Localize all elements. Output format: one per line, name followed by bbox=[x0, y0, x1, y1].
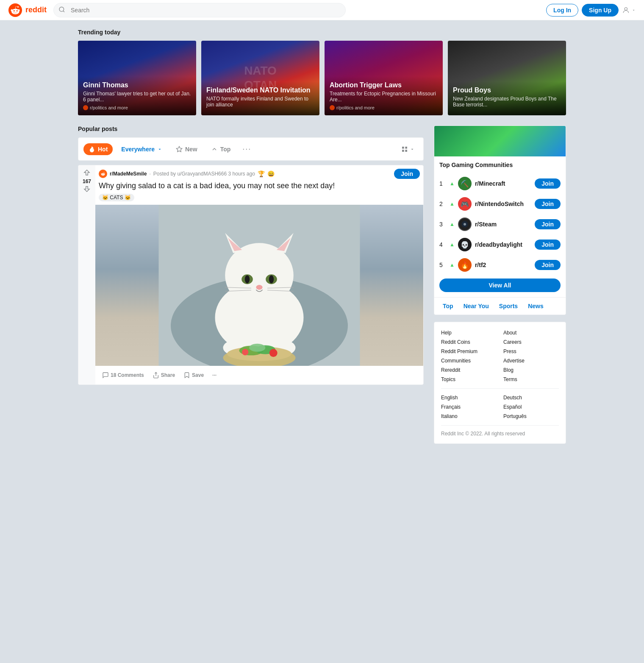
logo[interactable]: reddit bbox=[8, 3, 47, 17]
trending-card-4[interactable]: Proud Boys New Zealand designates Proud … bbox=[448, 41, 566, 115]
community-row-5: 5 ▲ 🔥 r/tf2 Join bbox=[434, 255, 566, 275]
login-button[interactable]: Log In bbox=[546, 4, 578, 17]
layout-toggle-button[interactable] bbox=[398, 143, 418, 155]
save-button[interactable]: Save bbox=[180, 369, 207, 381]
community-rank-4: 4 bbox=[439, 241, 446, 248]
community-row-2: 2 ▲ 🎮 r/NintendoSwitch Join bbox=[434, 194, 566, 214]
community-name-3[interactable]: r/Steam bbox=[475, 221, 531, 228]
trending-card-1-sub: r/politics and more bbox=[83, 105, 191, 110]
lang-portugues[interactable]: Português bbox=[503, 412, 559, 420]
community-row-1: 1 ▲ ⛏️ r/Minecraft Join bbox=[434, 173, 566, 194]
community-join-4[interactable]: Join bbox=[535, 240, 561, 250]
signup-button[interactable]: Sign Up bbox=[582, 4, 619, 17]
community-name-2[interactable]: r/NintendoSwitch bbox=[475, 201, 531, 207]
award-icon-1: 🏆 bbox=[258, 170, 265, 177]
community-arrow-5: ▲ bbox=[450, 262, 455, 268]
subreddit-logo-icon bbox=[100, 171, 106, 177]
footer-link-about[interactable]: About bbox=[503, 329, 559, 337]
trending-card-3-title: Abortion Trigger Laws bbox=[330, 81, 438, 89]
footer-link-press[interactable]: Press bbox=[503, 348, 559, 355]
flame-icon bbox=[89, 146, 95, 153]
community-name-4[interactable]: r/deadbydaylight bbox=[475, 241, 531, 248]
user-menu[interactable] bbox=[622, 3, 636, 17]
footer-divider bbox=[441, 388, 559, 389]
tab-top[interactable]: Top bbox=[439, 301, 457, 311]
footer-link-premium[interactable]: Reddit Premium bbox=[441, 348, 497, 355]
footer-link-careers[interactable]: Careers bbox=[503, 338, 559, 346]
footer-link-terms[interactable]: Terms bbox=[503, 376, 559, 383]
trending-title: Trending today bbox=[78, 29, 566, 36]
gaming-card-title: Top Gaming Communities bbox=[434, 156, 566, 173]
share-button[interactable]: Share bbox=[149, 369, 178, 381]
reddit-logo-icon bbox=[8, 3, 22, 17]
footer-link-communities[interactable]: Communities bbox=[441, 357, 497, 365]
view-all-button[interactable]: View All bbox=[439, 279, 561, 292]
filter-hot-button[interactable]: Hot bbox=[83, 143, 113, 155]
top-icon bbox=[211, 146, 218, 153]
svg-point-33 bbox=[269, 349, 278, 357]
footer-link-rereddit[interactable]: Rereddit bbox=[441, 366, 497, 374]
search-input[interactable] bbox=[53, 3, 346, 17]
comments-button[interactable]: 18 Comments bbox=[99, 369, 147, 381]
tab-near-you[interactable]: Near You bbox=[460, 301, 492, 311]
community-tabs: Top Near You Sports News bbox=[434, 297, 566, 315]
share-label: Share bbox=[161, 372, 175, 378]
footer-link-coins[interactable]: Reddit Coins bbox=[441, 338, 497, 346]
svg-point-2 bbox=[625, 7, 627, 10]
community-name-1[interactable]: r/Minecraft bbox=[475, 180, 531, 187]
trending-card-4-title: Proud Boys bbox=[453, 86, 561, 94]
gaming-card-header bbox=[434, 126, 566, 156]
tab-news[interactable]: News bbox=[525, 301, 547, 311]
svg-point-1 bbox=[59, 7, 64, 11]
post-card: 167 bbox=[78, 165, 424, 385]
svg-point-21 bbox=[256, 285, 262, 290]
sidebar: Top Gaming Communities 1 ▲ ⛏️ r/Minecraf… bbox=[434, 125, 566, 444]
trending-card-3-sub: r/politics and more bbox=[330, 105, 438, 110]
downvote-button[interactable] bbox=[83, 185, 91, 194]
trending-card-3[interactable]: Abortion Trigger Laws Treatments for Ect… bbox=[325, 41, 443, 115]
subreddit-avatar bbox=[99, 170, 107, 178]
footer-link-advertise[interactable]: Advertise bbox=[503, 357, 559, 365]
lang-deutsch[interactable]: Deutsch bbox=[503, 394, 559, 401]
filter-more-button[interactable]: ··· bbox=[239, 142, 255, 156]
lang-espanol[interactable]: Español bbox=[503, 403, 559, 411]
svg-point-37 bbox=[464, 223, 466, 226]
upvote-button[interactable] bbox=[83, 169, 91, 178]
filter-top-button[interactable]: Top bbox=[206, 143, 236, 155]
svg-point-12 bbox=[225, 243, 294, 307]
main-column: Popular posts Hot Everywhere bbox=[78, 125, 424, 444]
community-join-3[interactable]: Join bbox=[535, 219, 561, 229]
footer-link-help[interactable]: Help bbox=[441, 329, 497, 337]
svg-point-34 bbox=[242, 349, 248, 355]
logo-text: reddit bbox=[25, 6, 47, 14]
community-join-5[interactable]: Join bbox=[535, 260, 561, 270]
more-options-button[interactable]: ··· bbox=[209, 370, 220, 381]
svg-rect-6 bbox=[402, 150, 404, 152]
post-meta-posted: Posted by u/GravyandMASH666 3 hours ago bbox=[153, 171, 255, 177]
trending-card-1[interactable]: Ginni Thomas Ginni Thomas' lawyer tries … bbox=[78, 41, 196, 115]
svg-point-19 bbox=[245, 275, 250, 283]
header-actions: Log In Sign Up bbox=[546, 3, 636, 17]
footer-link-topics[interactable]: Topics bbox=[441, 376, 497, 383]
community-join-1[interactable]: Join bbox=[535, 178, 561, 189]
lang-english[interactable]: English bbox=[441, 394, 497, 401]
trending-card-4-desc: New Zealand designates Proud Boys and Th… bbox=[453, 96, 561, 108]
trending-card-2[interactable]: NATOOTAN Finland/Sweden NATO Invitation … bbox=[201, 41, 319, 115]
post-title: Why giving salad to a cat is a bad idea,… bbox=[99, 181, 420, 190]
filter-everywhere-button[interactable]: Everywhere bbox=[116, 143, 167, 155]
filter-new-button[interactable]: New bbox=[171, 143, 203, 155]
tab-sports[interactable]: Sports bbox=[496, 301, 521, 311]
post-join-button[interactable]: Join bbox=[394, 169, 420, 179]
subreddit-name[interactable]: r/MadeMeSmile bbox=[110, 171, 147, 177]
lang-italiano[interactable]: Italiano bbox=[441, 412, 497, 420]
footer-link-blog[interactable]: Blog bbox=[503, 366, 559, 374]
community-join-2[interactable]: Join bbox=[535, 199, 561, 209]
post-flair: 🐱 CATS 🐱 bbox=[99, 194, 134, 201]
community-name-5[interactable]: r/tf2 bbox=[475, 262, 531, 268]
lang-francais[interactable]: Français bbox=[441, 403, 497, 411]
main-content: Trending today Ginni Thomas Ginni Thomas… bbox=[68, 20, 576, 452]
svg-rect-4 bbox=[402, 147, 404, 149]
sparkle-icon bbox=[176, 146, 183, 153]
community-rank-2: 2 bbox=[439, 201, 446, 207]
header: reddit Log In Sign Up bbox=[0, 0, 644, 20]
